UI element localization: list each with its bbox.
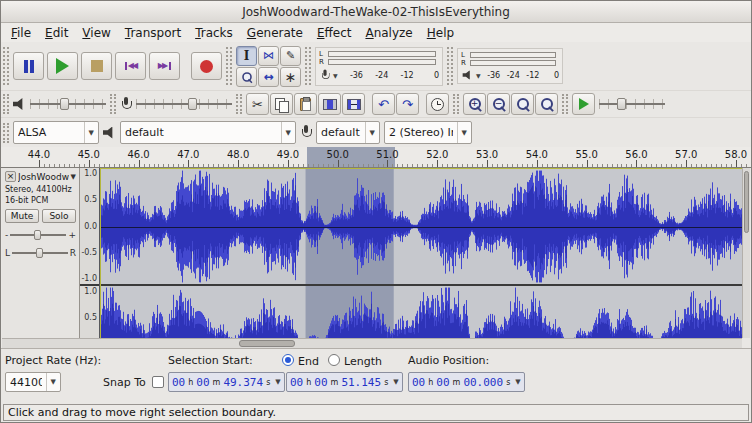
pause-button[interactable] <box>13 52 44 80</box>
draw-button[interactable]: ✎ <box>280 46 301 66</box>
undo-button[interactable]: ↶ <box>372 93 395 115</box>
vertical-scrollbar[interactable] <box>742 168 750 338</box>
horizontal-scrollbar-thumb[interactable] <box>239 340 295 347</box>
selection-button[interactable]: I <box>236 46 257 66</box>
device-toolbar-grip[interactable] <box>3 123 9 143</box>
mixer-toolbar-grip[interactable] <box>3 94 9 114</box>
minutes-value[interactable]: 00 <box>314 376 327 389</box>
menu-analyze[interactable]: Analyze <box>358 24 419 42</box>
meter-dropdown-arrow[interactable]: ▼ <box>476 72 481 79</box>
horizontal-scrollbar[interactable] <box>2 338 742 348</box>
audio-position-field[interactable]: 00h00m00.000s▼ <box>408 372 525 392</box>
zoom-button[interactable] <box>236 67 257 87</box>
minutes-value[interactable]: 00 <box>196 376 209 389</box>
selection-start-field[interactable]: 00h00m49.374s▼ <box>168 372 285 392</box>
recording-meter-grip[interactable] <box>305 47 311 85</box>
solo-button[interactable]: Solo <box>42 209 76 223</box>
recording-volume-slider[interactable] <box>136 96 232 112</box>
seconds-value[interactable]: 00.000 <box>463 376 503 389</box>
record-button[interactable] <box>191 52 222 80</box>
hours-value[interactable]: 00 <box>290 376 303 389</box>
menu-help[interactable]: Help <box>420 24 461 42</box>
playback-device-combo[interactable]: default ▼ <box>120 121 296 144</box>
edit-toolbar-grip[interactable] <box>236 94 242 114</box>
meter-bar <box>470 52 556 58</box>
tools-toolbar-grip[interactable] <box>226 47 232 85</box>
meter-dropdown-arrow[interactable]: ▼ <box>333 72 338 79</box>
waveform-left-channel[interactable] <box>101 169 742 284</box>
slider-thumb[interactable] <box>60 98 69 110</box>
transport-toolbar-grip[interactable] <box>3 47 9 85</box>
selection-end-field[interactable]: 00h00m51.145s▼ <box>286 372 403 392</box>
track-format-info: Stereo, 44100Hz <box>5 185 76 194</box>
playback-meter-grip[interactable] <box>447 47 453 85</box>
stop-button[interactable] <box>81 52 112 80</box>
play-at-speed-button[interactable] <box>572 93 595 115</box>
play-at-speed-grip[interactable] <box>562 94 568 114</box>
trim-button[interactable] <box>318 93 341 115</box>
silence-button[interactable] <box>342 93 365 115</box>
play-button[interactable] <box>47 52 78 80</box>
slider-thumb[interactable] <box>617 98 626 110</box>
timeline-ruler[interactable]: 44.045.046.047.048.049.050.051.052.053.0… <box>1 147 751 168</box>
pan-thumb[interactable] <box>36 248 43 258</box>
timer-button[interactable] <box>426 93 449 115</box>
gain-slider[interactable]: - + <box>5 229 76 241</box>
envelope-button[interactable]: ⋈ <box>258 46 279 66</box>
paste-button[interactable] <box>294 93 317 115</box>
track-close-button[interactable]: × <box>5 171 16 182</box>
menu-tracks[interactable]: Tracks <box>188 24 240 42</box>
chevron-down-icon[interactable]: ▼ <box>275 378 280 386</box>
waveform-right-channel[interactable] <box>101 286 742 338</box>
menu-file[interactable]: File <box>4 24 38 42</box>
menu-edit[interactable]: Edit <box>38 24 75 42</box>
menu-generate[interactable]: Generate <box>240 24 310 42</box>
zoom-out-button[interactable]: − <box>487 93 510 115</box>
vertical-ruler[interactable]: 1.00.50.0-0.5-1.0 1.00.50.0-0.5-1.0 <box>80 168 100 338</box>
playback-meter[interactable]: LR▼-36-24-120 <box>457 48 563 84</box>
project-rate-combo[interactable]: 44100 ▼ <box>5 372 61 392</box>
record-icon <box>200 60 213 73</box>
menu-effect[interactable]: Effect <box>310 24 359 42</box>
zoom-in-button[interactable]: + <box>463 93 486 115</box>
waveform-area[interactable] <box>100 168 742 338</box>
menu-view[interactable]: View <box>75 24 117 42</box>
hours-value[interactable]: 00 <box>172 376 185 389</box>
minutes-value[interactable]: 00 <box>436 376 449 389</box>
chevron-down-icon[interactable]: ▼ <box>515 378 520 386</box>
play-speed-slider[interactable] <box>599 96 665 112</box>
audio-track[interactable]: × JoshWoodwa ▼ Stereo, 44100Hz 16-bit PC… <box>2 168 742 338</box>
end-radio[interactable] <box>282 354 294 366</box>
recording-device-combo[interactable]: default ▼ <box>316 121 380 144</box>
hours-value[interactable]: 00 <box>412 376 425 389</box>
length-radio[interactable] <box>328 354 340 366</box>
seconds-value[interactable]: 49.374 <box>223 376 263 389</box>
audio-host-combo[interactable]: ALSA ▼ <box>13 121 99 144</box>
cut-button[interactable]: ✂ <box>246 93 269 115</box>
snap-to-checkbox[interactable] <box>152 376 164 388</box>
track-menu-arrow-icon[interactable]: ▼ <box>71 173 76 181</box>
recording-volume-grip[interactable] <box>110 94 116 114</box>
zoom-sel-button[interactable] <box>511 93 534 115</box>
seconds-value[interactable]: 51.145 <box>341 376 381 389</box>
gain-thumb[interactable] <box>34 230 41 240</box>
mute-button[interactable]: Mute <box>5 209 39 223</box>
copy-button[interactable] <box>270 93 293 115</box>
zoom-fit-button[interactable] <box>535 93 558 115</box>
multi-button[interactable]: ∗ <box>280 67 301 87</box>
skip-start-button[interactable]: ◀◀ <box>115 52 146 80</box>
timeshift-button[interactable]: ↔ <box>258 67 279 87</box>
slider-thumb[interactable] <box>188 98 197 110</box>
pan-slider[interactable]: L R <box>5 247 76 259</box>
track-title[interactable]: JoshWoodwa <box>18 172 69 182</box>
vertical-scrollbar-thumb[interactable] <box>744 171 749 233</box>
title-bar[interactable]: JoshWoodward-TheWake-02-ThisIsEverything <box>1 1 751 23</box>
skip-end-button[interactable]: ▶▶ <box>149 52 180 80</box>
zoom-toolbar-grip[interactable] <box>453 94 459 114</box>
chevron-down-icon[interactable]: ▼ <box>393 378 398 386</box>
menu-transport[interactable]: Transport <box>118 24 188 42</box>
redo-button[interactable]: ↷ <box>396 93 419 115</box>
playback-volume-slider[interactable] <box>30 96 106 112</box>
recording-channels-combo[interactable]: 2 (Stereo) Ir ▼ <box>384 121 472 144</box>
recording-meter[interactable]: LR▼-36-24-120 <box>315 47 443 86</box>
